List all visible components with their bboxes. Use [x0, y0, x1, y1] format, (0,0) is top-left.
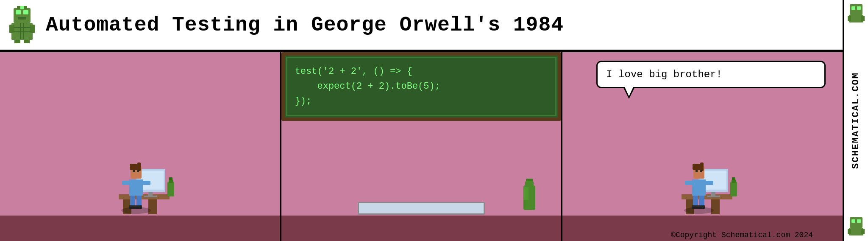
svg-rect-45	[130, 196, 135, 206]
svg-rect-19	[848, 16, 851, 21]
svg-rect-43	[122, 181, 130, 185]
svg-rect-71	[706, 181, 713, 185]
panel-1	[0, 52, 281, 241]
svg-point-49	[121, 207, 151, 214]
side-robot-top-icon	[846, 3, 867, 25]
svg-rect-67	[700, 163, 704, 171]
svg-rect-3	[18, 17, 26, 20]
code-display: test('2 + 2', () => { expect(2 + 2).toBe…	[295, 64, 548, 109]
sidebar: SCHEMATICAL.COM	[843, 0, 868, 241]
svg-rect-53	[524, 187, 529, 200]
header: Automated Testing in George Orwell's 198…	[0, 0, 868, 51]
comic-panels: test('2 + 2', () => { expect(2 + 2).toBe…	[0, 51, 843, 241]
svg-rect-46	[136, 196, 142, 206]
svg-rect-40	[137, 163, 141, 171]
character-1-svg	[93, 135, 186, 216]
svg-rect-18	[849, 15, 863, 22]
character-scene-1	[93, 135, 186, 218]
chalkboard-surface: test('2 + 2', () => { expect(2 + 2).toBe…	[281, 52, 562, 121]
copyright-text: ©Copyright Schematical.com 2024	[671, 231, 813, 239]
svg-rect-25	[848, 229, 851, 234]
svg-rect-16	[851, 6, 855, 10]
svg-rect-68	[696, 170, 698, 172]
svg-rect-72	[693, 196, 698, 206]
code-line-3: });	[295, 96, 312, 106]
svg-rect-8	[24, 40, 30, 43]
keyboard	[358, 202, 485, 215]
side-robot-bottom-icon	[846, 216, 867, 238]
bottle-panel-2	[521, 179, 538, 215]
svg-rect-34	[167, 182, 174, 196]
svg-rect-10	[20, 6, 24, 9]
side-text-label: SCHEMATICAL.COM	[851, 72, 861, 169]
svg-rect-11	[14, 27, 31, 28]
robot-icon	[5, 6, 39, 44]
svg-rect-33	[144, 196, 157, 197]
svg-rect-44	[143, 181, 150, 185]
svg-rect-41	[133, 170, 135, 172]
svg-rect-13	[20, 23, 21, 39]
character-scene-3	[656, 135, 749, 218]
svg-rect-1	[16, 10, 21, 14]
svg-rect-2	[23, 10, 28, 14]
svg-rect-61	[730, 182, 737, 196]
page-title: Automated Testing in George Orwell's 198…	[46, 14, 564, 36]
svg-rect-56	[711, 199, 720, 214]
speech-bubble: I love big brother!	[596, 61, 826, 88]
svg-rect-63	[732, 177, 735, 180]
svg-rect-17	[857, 6, 861, 10]
code-line-2: expect(2 + 2).toBe(5);	[295, 81, 440, 92]
svg-rect-73	[699, 196, 704, 206]
svg-rect-42	[137, 170, 139, 172]
svg-rect-7	[14, 40, 20, 43]
character-3-svg	[656, 135, 749, 216]
chalkboard: test('2 + 2', () => { expect(2 + 2).toBe…	[281, 52, 562, 121]
svg-rect-26	[861, 229, 865, 234]
svg-rect-23	[857, 219, 861, 223]
svg-rect-64	[692, 179, 706, 196]
panel-2-floor	[281, 216, 562, 241]
svg-rect-20	[861, 16, 865, 21]
svg-rect-70	[685, 181, 693, 185]
svg-rect-24	[849, 228, 863, 235]
panel-1-floor	[0, 216, 280, 241]
svg-rect-12	[14, 31, 31, 32]
svg-rect-60	[707, 196, 720, 197]
speech-text: I love big brother!	[606, 69, 722, 80]
svg-rect-14	[23, 23, 24, 39]
svg-rect-36	[169, 177, 172, 180]
panel-3: I love big brother!	[562, 52, 843, 241]
svg-rect-62	[732, 179, 736, 183]
code-line-1: test('2 + 2', () => {	[295, 66, 412, 77]
svg-rect-37	[129, 179, 143, 196]
svg-rect-35	[169, 179, 173, 183]
svg-rect-69	[700, 170, 702, 172]
svg-point-76	[684, 207, 714, 214]
svg-rect-29	[148, 199, 157, 214]
svg-rect-22	[851, 219, 855, 223]
panel-2: test('2 + 2', () => { expect(2 + 2).toBe…	[281, 52, 563, 241]
